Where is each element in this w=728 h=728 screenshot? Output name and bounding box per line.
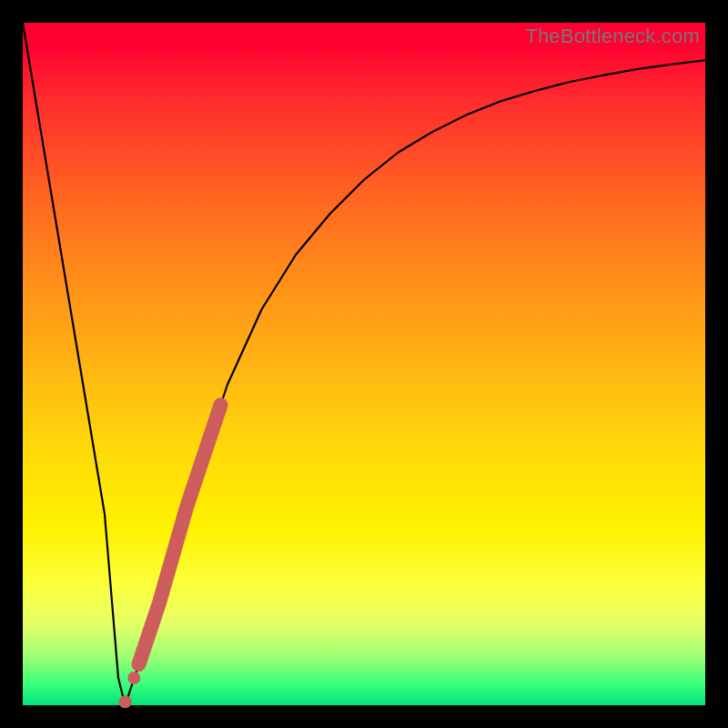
chart-frame: TheBottleneck.com (0, 0, 728, 728)
marker-dot (127, 672, 140, 684)
curve-path (23, 23, 705, 705)
watermark-text: TheBottleneck.com (525, 25, 700, 48)
marker-dot (136, 644, 148, 657)
chart-plot-area: TheBottleneck.com (23, 23, 705, 705)
highlight-segment (139, 405, 221, 664)
marker-dot (119, 695, 132, 708)
marker-dots (119, 644, 149, 708)
bottleneck-curve (23, 23, 705, 705)
